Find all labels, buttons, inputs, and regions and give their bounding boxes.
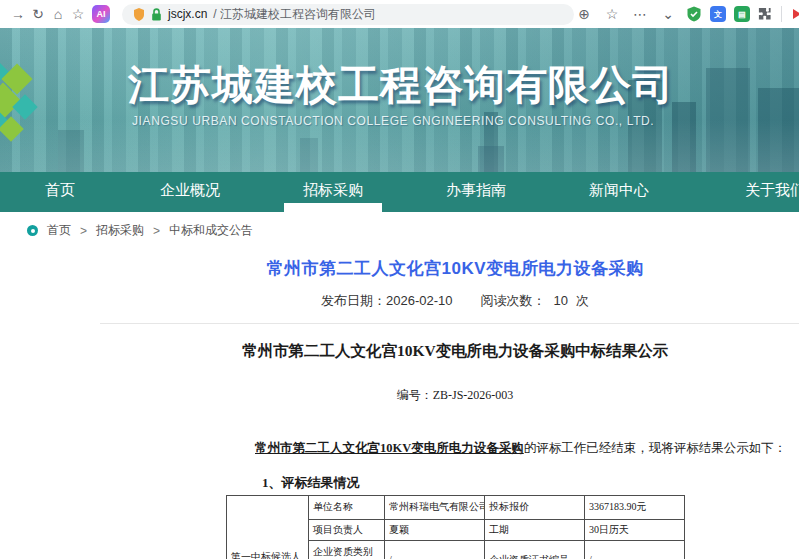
qualification-grade-value: / xyxy=(385,540,485,559)
toolbar-divider xyxy=(781,6,782,22)
site-banner: 江苏城建校工程咨询有限公司 JIANGSU URBAN CONSTAUCTION… xyxy=(0,28,799,172)
bid-price-value: 3367183.90元 xyxy=(585,495,685,519)
ai-assistant-icon[interactable]: AI xyxy=(92,5,110,23)
nav-item-home[interactable]: 首页 xyxy=(0,172,120,212)
article: 常州市第二工人文化宫10KV变电所电力设备采购 发布日期：2026-02-10阅… xyxy=(80,257,799,559)
project-manager-label: 项目负责人 xyxy=(309,519,385,540)
lock-icon xyxy=(151,8,162,21)
nav-item-company-overview[interactable]: 企业概况 xyxy=(120,172,260,212)
publish-date: 2026-02-10 xyxy=(386,293,453,308)
main-navigation: 首页 企业概况 招标采购 办事指南 新闻中心 关于我们 xyxy=(0,172,799,212)
forward-icon[interactable]: → xyxy=(8,0,28,28)
company-logo xyxy=(0,56,68,152)
nav-item-bidding-procurement[interactable]: 招标采购 xyxy=(260,172,406,212)
breadcrumb-separator: > xyxy=(80,224,87,238)
shield-icon xyxy=(133,8,145,21)
views-count: 10 xyxy=(546,293,576,308)
views-label: 阅读次数： xyxy=(481,293,546,308)
edge-corner-extension-icon[interactable] xyxy=(790,7,799,21)
collapse-toolbar-icon[interactable]: ⌄ xyxy=(658,0,678,28)
duration-label: 工期 xyxy=(485,519,585,540)
url-page-title: / 江苏城建校工程咨询有限公司 xyxy=(213,6,376,23)
section-heading: 1、评标结果情况 xyxy=(262,474,799,492)
nav-item-service-guide[interactable]: 办事指南 xyxy=(406,172,546,212)
browser-toolbar: → ↻ ⌂ ☆ AI jscjx.cn / 江苏城建校工程咨询有限公司 ⊕ ☆ … xyxy=(0,0,799,28)
first-candidate-cell: 第一中标候选人 xyxy=(227,495,309,559)
article-meta: 发布日期：2026-02-10阅读次数：10次 xyxy=(80,292,799,310)
nav-item-about-us[interactable]: 关于我们 xyxy=(692,172,799,212)
duration-value: 30日历天 xyxy=(585,519,685,540)
favorites-bar-icon[interactable]: ☆ xyxy=(68,0,88,28)
reload-icon[interactable]: ↻ xyxy=(28,0,48,28)
bid-price-label: 投标报价 xyxy=(485,495,585,519)
qualification-cert-value: / xyxy=(585,540,685,559)
address-bar[interactable]: jscjx.cn / 江苏城建校工程咨询有限公司 xyxy=(122,4,574,25)
bookmark-star-icon[interactable]: ☆ xyxy=(602,0,622,28)
breadcrumb-award-notice[interactable]: 中标和成交公告 xyxy=(169,222,253,239)
unit-name-value: 常州科瑞电气有限公司 xyxy=(385,495,485,519)
paragraph-text: 的评标工作已经结束，现将评标结果公示如下： xyxy=(524,441,787,455)
document-number-value: ZB-JS-2026-003 xyxy=(433,388,514,402)
document-number-label: 编号： xyxy=(397,388,433,402)
location-icon xyxy=(27,225,38,236)
breadcrumb-separator: > xyxy=(153,224,160,238)
project-manager-value: 夏颖 xyxy=(385,519,485,540)
document-paragraph: 常州市第二工人文化宫10KV变电所电力设备采购的评标工作已经结束，现将评标结果公… xyxy=(80,439,799,458)
unit-name-label: 单位名称 xyxy=(309,495,385,519)
bid-result-table: 第一中标候选人 单位名称 常州科瑞电气有限公司 投标报价 3367183.90元… xyxy=(226,495,685,559)
title-divider xyxy=(100,323,799,324)
company-name-en: JIANGSU URBAN CONSTAUCTION COLLEGE GNGIN… xyxy=(132,114,654,128)
breadcrumb: 首页 > 招标采购 > 中标和成交公告 xyxy=(0,212,799,245)
url-domain: jscjx.cn xyxy=(168,7,207,21)
qualification-cert-label: 企业资质证书编号 xyxy=(485,540,585,559)
document-body: 常州市第二工人文化宫10KV变电所电力设备采购中标结果公示 编号：ZB-JS-2… xyxy=(80,341,799,559)
translate-extension-icon[interactable]: 文 xyxy=(710,6,726,22)
document-number: 编号：ZB-JS-2026-003 xyxy=(80,387,799,404)
send-to-device-icon[interactable]: ⊕ xyxy=(574,0,594,28)
project-name-underlined: 常州市第二工人文化宫10KV变电所电力设备采购 xyxy=(255,441,524,455)
nav-item-news-center[interactable]: 新闻中心 xyxy=(546,172,692,212)
page-title: 常州市第二工人文化宫10KV变电所电力设备采购 xyxy=(80,257,799,280)
views-unit: 次 xyxy=(576,293,589,308)
qualification-grade-label: 企业资质类别等级 xyxy=(309,540,385,559)
breadcrumb-home[interactable]: 首页 xyxy=(47,222,71,239)
extensions-puzzle-icon[interactable] xyxy=(758,7,773,22)
table-row: 第一中标候选人 单位名称 常州科瑞电气有限公司 投标报价 3367183.90元 xyxy=(227,495,685,519)
reader-extension-icon[interactable]: ▤ xyxy=(734,6,750,22)
publish-date-label: 发布日期： xyxy=(321,293,386,308)
document-title: 常州市第二工人文化宫10KV变电所电力设备采购中标结果公示 xyxy=(80,341,799,362)
company-name-cn: 江苏城建校工程咨询有限公司 xyxy=(128,58,674,113)
more-menu-icon[interactable]: ⋯ xyxy=(630,0,650,28)
breadcrumb-bidding[interactable]: 招标采购 xyxy=(96,222,144,239)
home-icon[interactable]: ⌂ xyxy=(48,0,68,28)
adblock-shield-extension-icon[interactable] xyxy=(686,6,702,22)
